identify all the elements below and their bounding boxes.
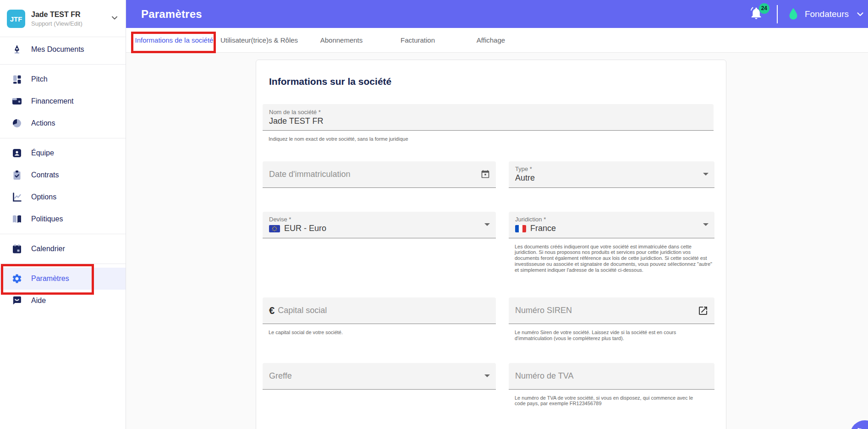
chevron-down-icon xyxy=(855,9,865,19)
company-info-card: Informations sur la société Nom de la so… xyxy=(256,60,726,429)
sidebar: JTF Jade TEST FR Support (View/Edit) Mes… xyxy=(0,0,126,429)
gear-icon xyxy=(11,273,22,284)
sidebar-item-parametres[interactable]: Paramètres xyxy=(0,268,126,290)
currency-select[interactable]: Devise * EUR - Euro xyxy=(263,212,496,238)
registry-placeholder: Greffe xyxy=(269,371,476,381)
sidebar-item-options[interactable]: Options xyxy=(0,186,126,208)
company-name: Jade TEST FR xyxy=(31,11,110,19)
card-title: Informations sur la société xyxy=(269,76,714,87)
sidebar-item-label: Équipe xyxy=(31,149,54,157)
euro-icon: € xyxy=(269,305,275,317)
page-title: Paramètres xyxy=(141,8,202,21)
divider xyxy=(0,138,126,138)
divider xyxy=(0,234,126,234)
wallet-icon xyxy=(11,96,22,107)
sidebar-item-label: Actions xyxy=(31,119,55,127)
line-chart-icon xyxy=(11,192,22,203)
appbar: Paramètres 24 Fondateurs xyxy=(126,0,868,28)
field-helper: Le numéro de TVA de votre société, si vo… xyxy=(515,395,698,407)
workspace-switcher[interactable]: Fondateurs xyxy=(805,9,849,19)
settings-content: Informations sur la société Nom de la so… xyxy=(126,53,868,429)
sidebar-item-label: Politiques xyxy=(31,215,63,223)
sidebar-item-aide[interactable]: Aide xyxy=(0,290,126,312)
droplet-logo-icon xyxy=(788,7,799,21)
registry-select[interactable]: Greffe xyxy=(263,363,496,390)
sidebar-item-label: Contrats xyxy=(31,171,59,179)
settings-tabbar: Informations de la société Utilisateur(t… xyxy=(126,28,868,53)
open-in-new-icon[interactable] xyxy=(698,305,709,316)
main-area: Paramètres 24 Fondateurs Informations de… xyxy=(126,0,868,429)
user-role: Support (View/Edit) xyxy=(31,20,110,27)
field-label: Type * xyxy=(515,165,694,172)
sidebar-company-switcher[interactable]: JTF Jade TEST FR Support (View/Edit) xyxy=(0,0,126,37)
sidebar-item-pitch[interactable]: Pitch xyxy=(0,68,126,90)
currency-value: EUR - Euro xyxy=(284,224,326,233)
calendar-icon xyxy=(11,243,22,254)
sidebar-nav: Mes Documents Pitch Financement Actio xyxy=(0,37,126,312)
sidebar-item-label: Calendrier xyxy=(31,245,65,253)
share-capital-input[interactable] xyxy=(278,306,476,315)
sidebar-item-calendrier[interactable]: Calendrier xyxy=(0,238,126,260)
tab-informations-societe[interactable]: Informations de la société xyxy=(132,28,217,52)
sidebar-item-label: Options xyxy=(31,193,56,201)
person-badge-icon xyxy=(11,148,22,159)
tab-abonnements[interactable]: Abonnements xyxy=(302,28,381,52)
field-helper: Les documents créés indiqueront que votr… xyxy=(515,244,713,273)
sidebar-item-label: Aide xyxy=(31,297,46,305)
tab-affichage[interactable]: Affichage xyxy=(454,28,527,52)
calendar-picker-icon[interactable] xyxy=(481,170,490,179)
sidebar-item-financement[interactable]: Financement xyxy=(0,90,126,112)
registration-date-field[interactable] xyxy=(263,161,496,188)
sidebar-item-contrats[interactable]: Contrats xyxy=(0,164,126,186)
field-label: Devise * xyxy=(269,216,476,223)
sidebar-item-label: Paramètres xyxy=(31,275,69,283)
quill-icon xyxy=(11,44,22,55)
tab-facturation[interactable]: Facturation xyxy=(381,28,454,52)
vat-field[interactable] xyxy=(509,363,714,390)
sidebar-item-politiques[interactable]: Politiques xyxy=(0,208,126,230)
dashboard-icon xyxy=(11,74,22,85)
dropdown-arrow-icon xyxy=(484,374,490,377)
dropdown-arrow-icon xyxy=(484,223,490,226)
sidebar-item-actions[interactable]: Actions xyxy=(0,112,126,134)
share-capital-field[interactable]: € xyxy=(263,297,496,324)
eu-flag-icon xyxy=(269,225,280,232)
avatar: JTF xyxy=(7,10,25,28)
dropdown-arrow-icon xyxy=(703,223,709,226)
company-name-input[interactable] xyxy=(269,116,707,126)
sidebar-item-mes-documents[interactable]: Mes Documents xyxy=(0,38,126,60)
field-helper: Le capital social de votre société. xyxy=(269,330,496,336)
sidebar-item-label: Pitch xyxy=(31,75,48,83)
field-label: Nom de la société * xyxy=(269,109,707,116)
dropdown-arrow-icon xyxy=(703,173,709,176)
notification-count-badge: 24 xyxy=(759,3,769,14)
jurisdiction-select[interactable]: Juridiction * France xyxy=(509,212,714,238)
type-value: Autre xyxy=(515,173,694,183)
siren-input[interactable] xyxy=(515,306,694,315)
vat-input[interactable] xyxy=(515,371,694,381)
notifications-button[interactable]: 24 xyxy=(749,6,765,22)
company-name-field[interactable]: Nom de la société * xyxy=(263,104,714,131)
chevron-down-icon xyxy=(110,13,119,24)
siren-field[interactable] xyxy=(509,297,714,324)
divider xyxy=(0,64,126,65)
book-icon xyxy=(11,214,22,225)
tab-utilisateurs-roles[interactable]: Utilisateur(trice)s & Rôles xyxy=(217,28,302,52)
registration-date-input[interactable] xyxy=(269,170,476,179)
jurisdiction-value: France xyxy=(530,224,556,233)
type-select[interactable]: Type * Autre xyxy=(509,161,714,188)
field-helper: Le numéro Siren de votre société. Laisse… xyxy=(515,330,698,341)
appbar-actions: 24 Fondateurs xyxy=(749,5,868,23)
sidebar-item-label: Financement xyxy=(31,97,74,105)
pie-chart-icon xyxy=(11,118,22,129)
divider xyxy=(0,264,126,264)
chat-fab-button[interactable] xyxy=(850,420,868,429)
chat-bubble-icon xyxy=(11,295,22,306)
sidebar-item-label: Mes Documents xyxy=(31,45,84,54)
app-root: JTF Jade TEST FR Support (View/Edit) Mes… xyxy=(0,0,868,429)
clipboard-check-icon xyxy=(11,170,22,181)
fr-flag-icon xyxy=(515,225,526,232)
header-divider xyxy=(777,5,778,23)
sidebar-item-equipe[interactable]: Équipe xyxy=(0,142,126,164)
field-helper: Indiquez le nom exact de votre société, … xyxy=(269,136,714,142)
